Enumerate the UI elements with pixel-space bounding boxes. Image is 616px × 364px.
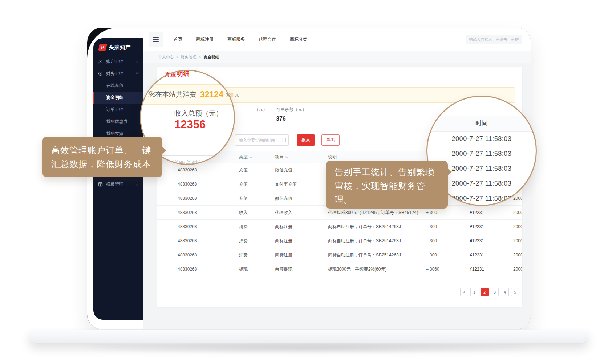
search-button[interactable]: 搜索 <box>297 134 315 146</box>
pagination-page-1[interactable]: 1 <box>470 288 478 296</box>
table-row[interactable]: 48330268消费商标注册商标自助注册，订单号：SB2514263J– 300… <box>157 220 522 234</box>
chevron-down-icon <box>136 183 139 186</box>
calendar-icon <box>282 138 286 142</box>
top-nav: 首页 商标注册 商标服务 代理合作 商标分类 <box>174 28 307 51</box>
callout-left: 高效管理账户订单、一键 汇总数据，降低财务成本 <box>42 137 162 177</box>
pagination-page-5[interactable]: 5 <box>511 288 519 296</box>
breadcrumb-item-personal-center[interactable]: 个人中心 <box>158 54 174 60</box>
export-button[interactable]: 导出 <box>321 134 340 146</box>
finance-icon <box>98 71 103 76</box>
search-input[interactable] <box>466 35 522 44</box>
date-filter <box>235 134 289 146</box>
sort-caret-icon <box>250 155 252 158</box>
nav-item-trademark-category[interactable]: 商标分类 <box>290 36 307 43</box>
breadcrumb: 个人中心 > 财务管理 > 资金明细 <box>143 51 531 63</box>
hamburger-icon <box>153 39 159 40</box>
sidebar-item-order-management[interactable]: 订单管理 <box>93 104 143 116</box>
nav-item-trademark-service[interactable]: 商标服务 <box>227 36 245 43</box>
lens-time-header: 时间 <box>427 116 536 132</box>
breadcrumb-item-finance[interactable]: 财务管理 <box>181 54 196 60</box>
template-icon <box>98 182 103 187</box>
nav-item-home[interactable]: 首页 <box>174 36 182 43</box>
pagination-prev[interactable]: < <box>460 288 468 296</box>
lens-income-label: 收入总额（元） <box>174 109 223 118</box>
table-row[interactable]: 48330268提现余额提现提现3000元，手续费2%(60元)– 3060¥1… <box>157 262 522 276</box>
sidebar-menu: 账户管理 财务管理 在线充值 资金明细 订单管理 我的优惠券 我的发票 <box>93 56 143 139</box>
col-project[interactable]: 项目 <box>275 154 328 160</box>
stat-value: 376 <box>276 116 307 122</box>
sidebar: P 头牌知产 账户管理 财务管理 <box>93 38 143 320</box>
nav-item-trademark-register[interactable]: 商标注册 <box>196 36 214 43</box>
table-row[interactable]: 48330268消费商标注册商标自助注册，订单号：SB2514263J– 300… <box>157 248 522 262</box>
sidebar-item-online-recharge[interactable]: 在线充值 <box>93 80 143 92</box>
nav-item-agent-cooperation[interactable]: 代理合作 <box>259 36 276 43</box>
pagination-page-2[interactable]: 2 <box>481 288 489 296</box>
lens-time-value: 2000-7-27 11:58:03 <box>427 132 536 146</box>
callout-right: 告别手工统计、告别繁琐 审核，实现智能财务管 理。 <box>326 161 448 209</box>
sidebar-item-finance[interactable]: 财务管理 <box>93 68 143 80</box>
stat-label: 可用余额（元） <box>276 106 307 113</box>
laptop-shadow <box>73 342 545 355</box>
lens-time-value: 2000-7-27 11:58:03 <box>427 146 536 161</box>
stat-expense-total: （元） <box>254 106 267 116</box>
col-desc: 说明 <box>328 154 426 160</box>
stat-available-balance: 可用余额（元） 376 <box>276 106 307 122</box>
table-row[interactable]: 48330268消费商标注册商标自助注册，订单号：SB2514263J– 300… <box>157 234 522 248</box>
pagination: < 1 2 3 4 5 <box>460 288 519 296</box>
sort-caret-icon <box>285 155 288 158</box>
stat-divider <box>272 105 272 126</box>
bezel-corner-arc <box>87 28 120 60</box>
header-search <box>466 35 522 44</box>
menu-button[interactable] <box>149 32 163 47</box>
banner-unit: 元 <box>235 92 239 98</box>
lens-consumption-banner: 您在本站共消费 32124 元 <box>140 84 235 105</box>
date-input[interactable] <box>235 134 289 146</box>
stat-label: （元） <box>254 106 267 113</box>
breadcrumb-item-funds-detail: 资金明细 <box>203 54 219 60</box>
top-header: 首页 商标注册 商标服务 代理合作 商标分类 <box>143 28 531 51</box>
sidebar-item-funds-detail[interactable]: 资金明细 <box>93 92 143 104</box>
pagination-page-3[interactable]: 3 <box>491 288 499 296</box>
sidebar-item-template[interactable]: 模板管理 <box>93 178 143 190</box>
pagination-page-4[interactable]: 4 <box>501 288 509 296</box>
sidebar-item-my-coupons[interactable]: 我的优惠券 <box>93 116 143 128</box>
col-type[interactable]: 类型 <box>239 154 275 160</box>
lens-income-value: 12356 <box>174 118 206 131</box>
chevron-down-icon <box>136 60 139 63</box>
breadcrumb-separator: > <box>199 55 201 59</box>
laptop-base <box>29 330 588 344</box>
breadcrumb-separator: > <box>176 55 178 59</box>
chevron-up-icon <box>136 72 139 75</box>
